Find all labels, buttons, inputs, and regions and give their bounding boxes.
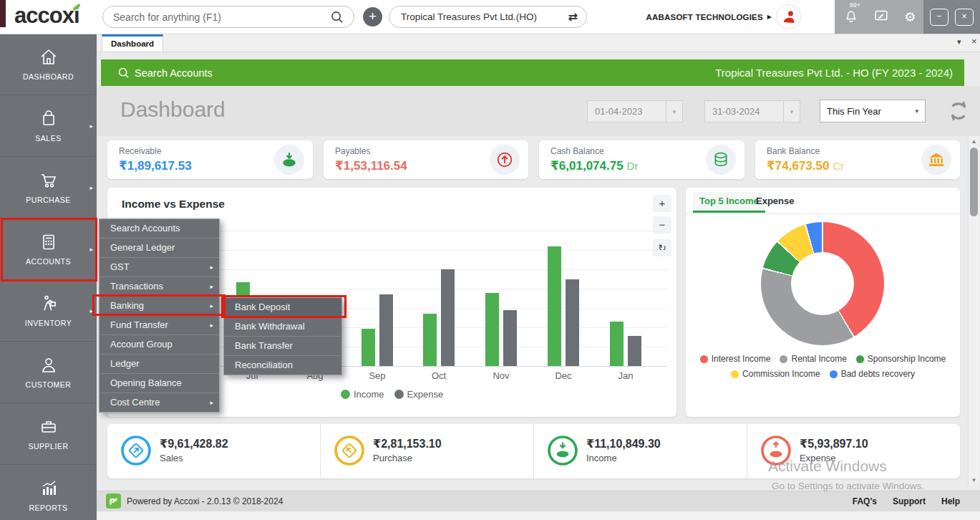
- menu-item-fund-transfer[interactable]: Fund Transfer▸: [100, 316, 219, 335]
- purchase-total[interactable]: ₹2,81,153.10 Purchase: [320, 424, 533, 478]
- bank-balance-card[interactable]: Bank Balance ₹74,673.50 Cr: [755, 140, 960, 179]
- top5-chart-card: Top 5 Income Expense Interest IncomeRent…: [686, 188, 960, 417]
- menu-item-transactions[interactable]: Transactions▸: [100, 277, 219, 297]
- menu-item-gst[interactable]: GST▸: [100, 258, 219, 277]
- submenu-item-bank-deposit[interactable]: Bank Deposit: [224, 298, 341, 317]
- footer-lower-strip: [97, 511, 980, 520]
- page-title: Dashboard: [120, 97, 225, 122]
- search-accounts-button[interactable]: Search Accounts: [117, 67, 213, 79]
- submenu-item-bank-withdrawal[interactable]: Bank Withdrawal: [224, 317, 341, 337]
- submenu-item-bank-transfer[interactable]: Bank Transfer: [224, 337, 341, 356]
- company-fy-label: Tropical Treasures Pvt Ltd. - HO (FY 202…: [715, 67, 953, 79]
- circle-arrow-up-icon: [496, 151, 513, 168]
- income-total[interactable]: ₹11,10,849.30 Income: [533, 424, 747, 478]
- minimize-button[interactable]: −: [930, 9, 949, 26]
- menu-item-opening-balance[interactable]: Opening Balance: [100, 374, 219, 393]
- settings-gear-icon[interactable]: ⚙: [904, 9, 916, 24]
- cash-balance-card[interactable]: Cash Balance ₹6,01,074.75 Dr: [539, 140, 744, 179]
- home-icon: [39, 47, 59, 67]
- sidebar-item-dashboard[interactable]: DASHBOARD: [0, 34, 97, 95]
- sidebar-item-reports[interactable]: REPORTS: [0, 465, 97, 520]
- support-link[interactable]: Support: [893, 496, 926, 506]
- tab-expense[interactable]: Expense: [756, 192, 794, 211]
- menu-item-general-ledger[interactable]: General Ledger: [100, 239, 219, 258]
- sales-total[interactable]: ₹9,61,428.82 Sales: [107, 424, 320, 478]
- card-value: ₹74,673.50: [767, 159, 829, 173]
- stat-label: Sales: [160, 453, 183, 463]
- payables-card[interactable]: Payables ₹1,53,116.54: [324, 140, 528, 179]
- submenu-arrow-icon: ▸: [210, 297, 213, 315]
- window-edge-strip: [0, 0, 6, 27]
- card-value: ₹1,53,116.54: [335, 158, 407, 173]
- date-from-input[interactable]: 01-04-2023 ▾: [587, 100, 683, 122]
- legend-dot: [830, 370, 838, 378]
- coin-arrow-down-icon: [281, 151, 298, 168]
- bar-income-sep: [362, 329, 375, 366]
- bar-expense-oct: [441, 269, 455, 366]
- bar-expense-dec: [566, 279, 579, 366]
- notifications-bell-icon[interactable]: 99+: [843, 8, 858, 27]
- accounts-menu: Search Accounts General Ledger GST▸ Tran…: [99, 218, 220, 413]
- account-menu[interactable]: AABASOFT TECHNOLOGIES ▶: [646, 0, 801, 34]
- sidebar-item-supplier[interactable]: SUPPLIER: [0, 403, 97, 465]
- reports-chart-icon: [39, 478, 59, 499]
- stat-label: Income: [586, 453, 617, 463]
- sidebar-item-accounts[interactable]: ACCOUNTS ▸: [0, 218, 97, 280]
- menu-item-cost-centre[interactable]: Cost Centre▸: [100, 393, 219, 412]
- scroll-up-icon[interactable]: ▲: [969, 138, 979, 145]
- tab-dashboard[interactable]: Dashboard: [102, 34, 163, 52]
- date-to-input[interactable]: 31-03-2024 ▾: [704, 100, 800, 122]
- sidebar-item-inventory[interactable]: INVENTORY ▸: [0, 280, 97, 342]
- tab-list-dropdown-icon[interactable]: ▾: [957, 37, 961, 47]
- scroll-down-icon[interactable]: ▼: [969, 477, 979, 483]
- stat-value: ₹5,93,897.10: [800, 437, 868, 451]
- messages-icon[interactable]: [873, 8, 889, 27]
- coin-arrow-down-icon: [546, 434, 579, 467]
- quick-add-button[interactable]: +: [363, 7, 382, 27]
- chevron-down-icon[interactable]: ▾: [783, 101, 800, 122]
- version-text: Powered by Accoxi - 2.0.13 © 2018-2024: [127, 496, 283, 506]
- tabs-divider: [686, 213, 960, 214]
- company-selector[interactable]: Tropical Treasures Pvt Ltd.(HO) ⇄: [389, 6, 587, 28]
- sidebar-item-sales[interactable]: SALES ▸: [0, 95, 97, 157]
- menu-item-search-accounts[interactable]: Search Accounts: [100, 219, 219, 239]
- active-tab-underline: [693, 211, 765, 213]
- activate-windows-watermark-line2: Go to Settings to activate Windows.: [772, 481, 924, 491]
- donut-legend-rental-income: Rental Income: [780, 354, 846, 364]
- tab-close-icon[interactable]: ×: [971, 36, 977, 47]
- switch-company-icon[interactable]: ⇄: [568, 10, 578, 24]
- close-button[interactable]: ×: [955, 9, 974, 26]
- sidebar-item-customer[interactable]: CUSTOMER: [0, 342, 97, 403]
- submenu-arrow-icon: ▸: [210, 258, 213, 276]
- stat-label: Purchase: [373, 453, 412, 463]
- accoxi-logo: accoxi: [14, 3, 79, 29]
- x-tick-oct: Oct: [421, 370, 457, 381]
- accoxi-app-window: accoxi Search for anything (F1) + Tropic…: [0, 0, 980, 520]
- menu-item-account-group[interactable]: Account Group: [100, 335, 219, 355]
- topbar-icons-panel: 99+ ⚙: [835, 0, 923, 34]
- dr-cr-suffix: Cr: [833, 160, 844, 172]
- global-search-input[interactable]: Search for anything (F1): [102, 6, 354, 28]
- fin-year-select[interactable]: This Fin Year ▾: [820, 100, 926, 122]
- help-link[interactable]: Help: [941, 496, 960, 506]
- inventory-trolley-icon: [39, 294, 59, 314]
- menu-item-ledger[interactable]: Ledger: [100, 355, 219, 374]
- stat-value: ₹2,81,153.10: [373, 437, 442, 451]
- bar-expense-jan: [628, 336, 641, 366]
- avatar[interactable]: [776, 4, 801, 29]
- chevron-down-icon[interactable]: ▾: [666, 101, 682, 122]
- receivable-card[interactable]: Receivable ₹1,89,617.53: [107, 140, 313, 179]
- menu-item-banking[interactable]: Banking▸: [100, 297, 219, 316]
- notification-badge: 99+: [850, 1, 860, 9]
- sidebar-item-purchase[interactable]: PURCHASE ▸: [0, 157, 97, 218]
- vertical-scrollbar[interactable]: ▲ ▼: [968, 136, 979, 486]
- faqs-link[interactable]: FAQ's: [853, 496, 877, 506]
- search-icon[interactable]: [330, 10, 344, 24]
- bar-expense-sep: [379, 294, 393, 366]
- submenu-item-reconciliation[interactable]: Reconciliation: [224, 356, 341, 375]
- company-selector-value: Tropical Treasures Pvt Ltd.(HO): [401, 11, 537, 22]
- donut-legend-bad-debts-recovery: Bad debts recovery: [830, 369, 915, 379]
- refresh-dashboard-button[interactable]: [946, 98, 971, 124]
- scrollbar-thumb[interactable]: [970, 148, 978, 216]
- tab-top5-income[interactable]: Top 5 Income: [693, 192, 765, 211]
